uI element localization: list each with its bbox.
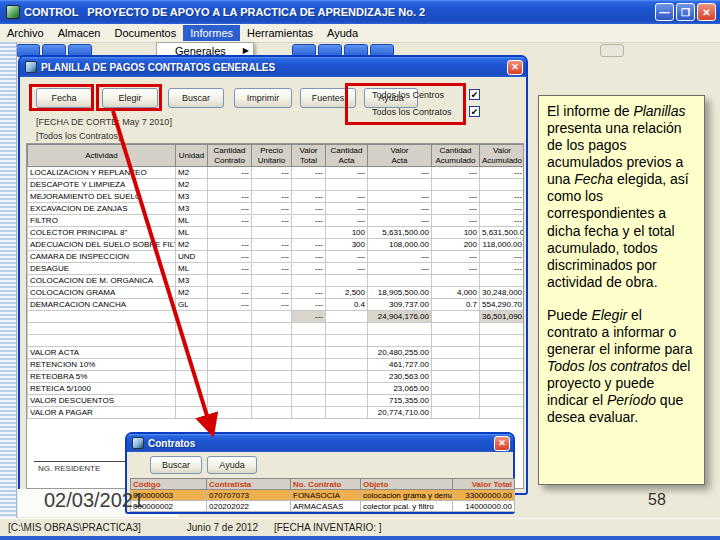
menu-almacen[interactable]: Almacen: [51, 25, 108, 41]
table-cell: [28, 323, 176, 335]
contratos-ayuda-button[interactable]: Ayuda: [207, 456, 257, 474]
table-cell: 108,000.00: [368, 239, 432, 251]
window-titlebar: CONTROL PROYECTO DE APOYO A LA PRACTICA …: [0, 0, 720, 24]
menu-ayuda[interactable]: Ayuda: [320, 25, 365, 41]
table-cell: ---: [480, 191, 525, 203]
slide-date: 02/03/2021: [44, 489, 144, 512]
table-cell: [326, 395, 368, 407]
table-cell: [432, 323, 480, 335]
contratos-row-selected[interactable]: 000000003070707073FONASOCIAcolocacion gr…: [131, 490, 515, 501]
table-cell: [432, 383, 480, 395]
contratos-column-header: No. Contrato: [291, 479, 361, 490]
imprimir-button[interactable]: Imprimir: [234, 88, 292, 108]
table-cell: [292, 179, 326, 191]
menu-informes[interactable]: Informes: [183, 25, 240, 41]
table-cell: [480, 179, 525, 191]
table-cell: [176, 347, 208, 359]
table-row: RETEICA 5/100023,065.00: [28, 383, 525, 395]
table-cell: COLECTOR PRINCIPAL 8": [28, 227, 176, 239]
table-cell: —: [368, 167, 432, 179]
table-cell: [326, 347, 368, 359]
table-cell: [252, 323, 292, 335]
table-cell: 200: [432, 239, 480, 251]
table-cell: [432, 311, 480, 323]
checkbox-checked[interactable]: ✔: [469, 106, 480, 117]
table-cell: DESCAPOTE Y LIMPIEZA: [28, 179, 176, 191]
contratos-row[interactable]: 000000002020202022ARMACASAScolector pcal…: [131, 501, 515, 512]
table-cell: 20,774,710.00: [368, 407, 432, 419]
table-cell: [432, 335, 480, 347]
table-cell: [480, 395, 525, 407]
fecha-corte-label: [FECHA DE CORTE: May 7 2010]: [36, 117, 172, 127]
note-paragraph: Puede Elegir el contrato a informar o ge…: [547, 307, 696, 427]
table-row: [28, 335, 525, 347]
table-cell: M2: [176, 287, 208, 299]
table-row: CAMARA DE INSPECCIONUND---------——------: [28, 251, 525, 263]
menu-documentos[interactable]: Documentos: [107, 25, 183, 41]
table-cell: FILTRO: [28, 215, 176, 227]
contratos-column-header: Objeto: [361, 479, 453, 490]
contratos-buscar-button[interactable]: Buscar: [150, 456, 202, 474]
table-cell: [292, 407, 326, 419]
table-cell: RETEICA 5/1000: [28, 383, 176, 395]
table-cell: [176, 371, 208, 383]
table-cell: [480, 323, 525, 335]
planilla-close-icon[interactable]: ✕: [507, 60, 523, 75]
table-cell: —: [368, 203, 432, 215]
table-cell: [208, 347, 252, 359]
checkbox-checked[interactable]: ✔: [469, 89, 480, 100]
table-cell: [252, 371, 292, 383]
table-cell: [326, 383, 368, 395]
table-cell: [208, 407, 252, 419]
table-cell: M3: [176, 275, 208, 287]
buscar-button[interactable]: Buscar: [168, 88, 224, 108]
table-cell: ---: [292, 251, 326, 263]
menu-herramientas[interactable]: Herramientas: [240, 25, 320, 41]
table-cell: RETENCION 10%: [28, 359, 176, 371]
table-cell: 2,500: [326, 287, 368, 299]
contratos-close-icon[interactable]: ✕: [494, 436, 510, 451]
table-cell: [480, 347, 525, 359]
table-cell: —: [326, 167, 368, 179]
table-cell: ---: [292, 203, 326, 215]
table-cell: [252, 275, 292, 287]
table-cell: ML: [176, 215, 208, 227]
table-cell: ---: [432, 203, 480, 215]
table-cell: [252, 407, 292, 419]
table-cell: [252, 179, 292, 191]
table-cell: ---: [208, 215, 252, 227]
planilla-title: PLANILLA DE PAGOS CONTRATOS GENERALES: [41, 62, 507, 73]
table-row: VALOR ACTA20,480,255.00: [28, 347, 525, 359]
restore-button[interactable]: ❐: [676, 3, 695, 21]
table-cell: ---: [208, 287, 252, 299]
window-title: CONTROL PROYECTO DE APOYO A LA PRACTICA …: [24, 6, 655, 18]
table-cell: [252, 311, 292, 323]
toolbar-button-icon[interactable]: [600, 44, 624, 57]
table-cell: [292, 275, 326, 287]
table-cell: —: [368, 251, 432, 263]
table-cell: [252, 335, 292, 347]
table-cell: ---: [208, 263, 252, 275]
planilla-icon: [25, 61, 37, 73]
table-cell: COLOCACION GRAMA: [28, 287, 176, 299]
table-cell: [176, 311, 208, 323]
contratos-cell: colector pcal. y filtro: [361, 501, 453, 512]
table-row: RETENCION 10%461,727.00: [28, 359, 525, 371]
residente-label: NG. RESIDENTE: [38, 464, 100, 473]
table-cell: ---: [432, 263, 480, 275]
table-cell: [368, 323, 432, 335]
table-cell: M3: [176, 191, 208, 203]
table-cell: 309,737.00: [368, 299, 432, 311]
table-cell: [432, 179, 480, 191]
table-cell: ---: [208, 191, 252, 203]
table-cell: RETEOBRA 5%: [28, 371, 176, 383]
table-cell: [480, 359, 525, 371]
close-button[interactable]: ✕: [697, 3, 716, 21]
table-cell: [208, 323, 252, 335]
menu-archivo[interactable]: Archivo: [0, 25, 51, 41]
minimize-button[interactable]: —: [655, 3, 674, 21]
table-cell: [292, 371, 326, 383]
table-row: COLOCACION DE M. ORGANICAM3: [28, 275, 525, 287]
column-header: ValorAcumulado: [480, 145, 525, 167]
table-cell: [208, 311, 252, 323]
